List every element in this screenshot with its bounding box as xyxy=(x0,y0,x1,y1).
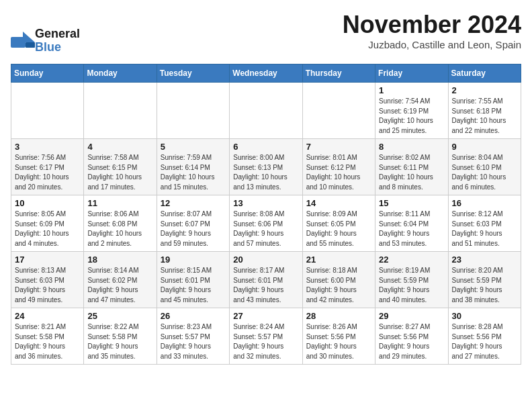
day-info: Sunrise: 8:22 AM Sunset: 5:58 PM Dayligh… xyxy=(87,322,152,361)
day-number: 18 xyxy=(87,255,152,265)
calendar-week-row: 10Sunrise: 8:05 AM Sunset: 6:09 PM Dayli… xyxy=(11,195,521,252)
day-info: Sunrise: 8:06 AM Sunset: 6:08 PM Dayligh… xyxy=(87,210,152,248)
day-info: Sunrise: 8:15 AM Sunset: 6:01 PM Dayligh… xyxy=(161,266,226,305)
calendar-cell xyxy=(84,83,157,139)
calendar-cell: 16Sunrise: 8:12 AM Sunset: 6:03 PM Dayli… xyxy=(448,195,521,252)
calendar-cell: 2Sunrise: 7:55 AM Sunset: 6:18 PM Daylig… xyxy=(448,83,521,139)
day-number: 16 xyxy=(452,198,517,208)
calendar-body: 1Sunrise: 7:54 AM Sunset: 6:19 PM Daylig… xyxy=(11,83,521,365)
calendar-cell: 23Sunrise: 8:20 AM Sunset: 5:59 PM Dayli… xyxy=(448,252,521,308)
calendar-cell: 26Sunrise: 8:23 AM Sunset: 5:57 PM Dayli… xyxy=(157,308,229,365)
day-info: Sunrise: 8:28 AM Sunset: 5:56 PM Dayligh… xyxy=(452,322,517,361)
day-number: 12 xyxy=(161,198,226,208)
day-number: 28 xyxy=(306,311,371,321)
calendar-cell xyxy=(302,83,375,139)
day-info: Sunrise: 8:27 AM Sunset: 5:56 PM Dayligh… xyxy=(379,322,444,361)
calendar-cell: 5Sunrise: 7:59 AM Sunset: 6:14 PM Daylig… xyxy=(157,139,229,195)
day-info: Sunrise: 8:08 AM Sunset: 6:06 PM Dayligh… xyxy=(233,210,298,248)
calendar-cell: 15Sunrise: 8:11 AM Sunset: 6:04 PM Dayli… xyxy=(375,195,448,252)
calendar-cell: 24Sunrise: 8:21 AM Sunset: 5:58 PM Dayli… xyxy=(11,308,84,365)
calendar-cell: 27Sunrise: 8:24 AM Sunset: 5:57 PM Dayli… xyxy=(230,308,302,365)
day-number: 23 xyxy=(452,255,517,265)
calendar-week-row: 1Sunrise: 7:54 AM Sunset: 6:19 PM Daylig… xyxy=(11,83,521,139)
month-title: November 2024 xyxy=(343,11,521,39)
calendar-cell: 9Sunrise: 8:04 AM Sunset: 6:10 PM Daylig… xyxy=(448,139,521,195)
calendar-table: SundayMondayTuesdayWednesdayThursdayFrid… xyxy=(11,64,521,365)
calendar-day-header: Friday xyxy=(375,64,448,83)
day-number: 5 xyxy=(161,142,226,152)
day-info: Sunrise: 8:19 AM Sunset: 5:59 PM Dayligh… xyxy=(379,266,444,305)
day-info: Sunrise: 8:18 AM Sunset: 6:00 PM Dayligh… xyxy=(306,266,371,305)
calendar-day-header: Monday xyxy=(84,64,157,83)
calendar-cell xyxy=(11,83,84,139)
day-info: Sunrise: 8:11 AM Sunset: 6:04 PM Dayligh… xyxy=(379,210,444,248)
calendar-week-row: 24Sunrise: 8:21 AM Sunset: 5:58 PM Dayli… xyxy=(11,308,521,365)
calendar-week-row: 3Sunrise: 7:56 AM Sunset: 6:17 PM Daylig… xyxy=(11,139,521,195)
day-info: Sunrise: 8:26 AM Sunset: 5:56 PM Dayligh… xyxy=(306,322,371,361)
calendar-cell: 3Sunrise: 7:56 AM Sunset: 6:17 PM Daylig… xyxy=(11,139,84,195)
day-number: 1 xyxy=(379,85,444,95)
calendar-cell: 12Sunrise: 8:07 AM Sunset: 6:07 PM Dayli… xyxy=(157,195,229,252)
calendar-day-header: Wednesday xyxy=(230,64,302,83)
day-info: Sunrise: 8:14 AM Sunset: 6:02 PM Dayligh… xyxy=(87,266,152,305)
calendar-day-header: Saturday xyxy=(448,64,521,83)
calendar-cell: 17Sunrise: 8:13 AM Sunset: 6:03 PM Dayli… xyxy=(11,252,84,308)
day-number: 3 xyxy=(15,142,80,152)
day-number: 4 xyxy=(87,142,152,152)
day-info: Sunrise: 8:24 AM Sunset: 5:57 PM Dayligh… xyxy=(233,322,298,361)
day-number: 10 xyxy=(15,198,80,208)
day-number: 27 xyxy=(233,311,298,321)
day-info: Sunrise: 7:59 AM Sunset: 6:14 PM Dayligh… xyxy=(161,153,226,192)
day-number: 11 xyxy=(87,198,152,208)
day-number: 9 xyxy=(452,142,517,152)
calendar-cell xyxy=(157,83,229,139)
day-info: Sunrise: 8:04 AM Sunset: 6:10 PM Dayligh… xyxy=(452,153,517,192)
day-number: 6 xyxy=(233,142,298,152)
logo-icon xyxy=(11,32,32,50)
calendar-cell: 21Sunrise: 8:18 AM Sunset: 6:00 PM Dayli… xyxy=(302,252,375,308)
calendar-cell: 20Sunrise: 8:17 AM Sunset: 6:01 PM Dayli… xyxy=(230,252,302,308)
calendar-cell: 8Sunrise: 8:02 AM Sunset: 6:11 PM Daylig… xyxy=(375,139,448,195)
day-info: Sunrise: 8:17 AM Sunset: 6:01 PM Dayligh… xyxy=(233,266,298,305)
day-info: Sunrise: 8:23 AM Sunset: 5:57 PM Dayligh… xyxy=(161,322,226,361)
calendar-cell: 6Sunrise: 8:00 AM Sunset: 6:13 PM Daylig… xyxy=(230,139,302,195)
logo-text: General Blue xyxy=(35,28,80,54)
day-info: Sunrise: 8:13 AM Sunset: 6:03 PM Dayligh… xyxy=(15,266,80,305)
calendar-cell: 14Sunrise: 8:09 AM Sunset: 6:05 PM Dayli… xyxy=(302,195,375,252)
day-info: Sunrise: 8:02 AM Sunset: 6:11 PM Dayligh… xyxy=(379,153,444,192)
day-number: 21 xyxy=(306,255,371,265)
calendar-day-header: Sunday xyxy=(11,64,84,83)
calendar-cell: 11Sunrise: 8:06 AM Sunset: 6:08 PM Dayli… xyxy=(84,195,157,252)
calendar-cell: 29Sunrise: 8:27 AM Sunset: 5:56 PM Dayli… xyxy=(375,308,448,365)
calendar-cell: 18Sunrise: 8:14 AM Sunset: 6:02 PM Dayli… xyxy=(84,252,157,308)
title-section: November 2024 Juzbado, Castille and Leon… xyxy=(343,11,521,57)
day-number: 2 xyxy=(452,85,517,95)
calendar-cell: 30Sunrise: 8:28 AM Sunset: 5:56 PM Dayli… xyxy=(448,308,521,365)
day-info: Sunrise: 8:20 AM Sunset: 5:59 PM Dayligh… xyxy=(452,266,517,305)
day-info: Sunrise: 7:55 AM Sunset: 6:18 PM Dayligh… xyxy=(452,97,517,136)
day-number: 15 xyxy=(379,198,444,208)
day-number: 7 xyxy=(306,142,371,152)
day-number: 13 xyxy=(233,198,298,208)
day-number: 30 xyxy=(452,311,517,321)
calendar-header-row: SundayMondayTuesdayWednesdayThursdayFrid… xyxy=(11,64,521,83)
day-info: Sunrise: 8:21 AM Sunset: 5:58 PM Dayligh… xyxy=(15,322,80,361)
day-number: 22 xyxy=(379,255,444,265)
day-info: Sunrise: 8:05 AM Sunset: 6:09 PM Dayligh… xyxy=(15,210,80,248)
day-number: 14 xyxy=(306,198,371,208)
day-info: Sunrise: 8:09 AM Sunset: 6:05 PM Dayligh… xyxy=(306,210,371,248)
calendar-week-row: 17Sunrise: 8:13 AM Sunset: 6:03 PM Dayli… xyxy=(11,252,521,308)
day-info: Sunrise: 8:07 AM Sunset: 6:07 PM Dayligh… xyxy=(161,210,226,248)
day-number: 17 xyxy=(15,255,80,265)
calendar-cell: 19Sunrise: 8:15 AM Sunset: 6:01 PM Dayli… xyxy=(157,252,229,308)
calendar-cell: 28Sunrise: 8:26 AM Sunset: 5:56 PM Dayli… xyxy=(302,308,375,365)
day-number: 25 xyxy=(87,311,152,321)
svg-rect-2 xyxy=(26,42,35,48)
day-info: Sunrise: 7:58 AM Sunset: 6:15 PM Dayligh… xyxy=(87,153,152,192)
calendar-cell: 7Sunrise: 8:01 AM Sunset: 6:12 PM Daylig… xyxy=(302,139,375,195)
day-number: 29 xyxy=(379,311,444,321)
calendar-cell: 1Sunrise: 7:54 AM Sunset: 6:19 PM Daylig… xyxy=(375,83,448,139)
day-number: 20 xyxy=(233,255,298,265)
calendar-cell: 22Sunrise: 8:19 AM Sunset: 5:59 PM Dayli… xyxy=(375,252,448,308)
day-number: 24 xyxy=(15,311,80,321)
